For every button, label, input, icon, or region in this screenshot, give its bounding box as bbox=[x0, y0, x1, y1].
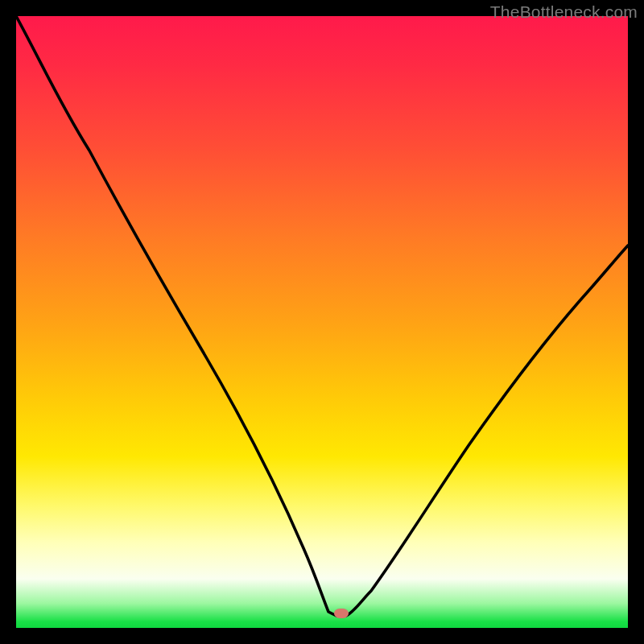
plot-area bbox=[16, 16, 628, 628]
curve-path bbox=[16, 16, 628, 616]
bottleneck-curve bbox=[16, 16, 628, 628]
optimal-point-marker bbox=[334, 609, 349, 618]
watermark-text: TheBottleneck.com bbox=[490, 2, 638, 22]
chart-stage: TheBottleneck.com bbox=[0, 0, 644, 644]
